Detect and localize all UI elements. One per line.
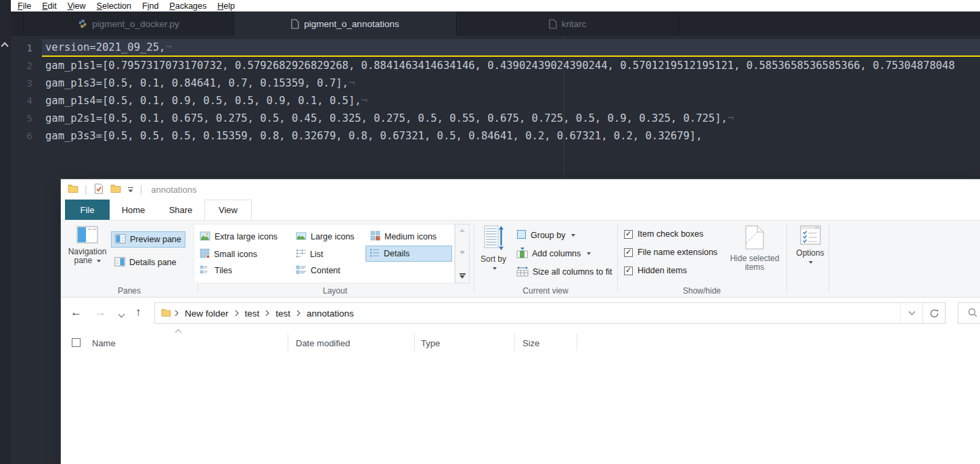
group-separator: [617, 224, 618, 293]
tab-kritarc[interactable]: kritarc: [457, 11, 679, 36]
customize-toolbar-caret-icon[interactable]: [127, 185, 134, 195]
menu-view[interactable]: View: [62, 1, 91, 11]
hidden-items-checkbox[interactable]: Hidden items: [624, 266, 687, 275]
eol-marker: ¬: [728, 112, 734, 124]
checkbox-checked-icon[interactable]: [624, 266, 633, 275]
code-line-6[interactable]: gam_p3s3=[0.5, 0.5, 0.5, 0.15359, 0.8, 0…: [42, 127, 980, 145]
ribbon-tab-view[interactable]: View: [204, 200, 252, 220]
layout-tiles[interactable]: Tiles: [196, 262, 236, 279]
hide-selected-items-button[interactable]: Hide selected items: [728, 225, 781, 272]
layout-extra-large-icons[interactable]: Extra large icons: [196, 229, 281, 245]
menu-file[interactable]: File: [12, 1, 37, 11]
menu-help[interactable]: Help: [212, 1, 240, 11]
menu-packages[interactable]: Packages: [164, 1, 212, 11]
breadcrumb-box[interactable]: New folder test test annotations: [154, 302, 945, 324]
ribbon-tab-file[interactable]: File: [65, 200, 110, 220]
address-bar: ← → ↑ New folder test test annotations: [61, 298, 980, 329]
preview-pane-icon: [115, 234, 126, 246]
address-dropdown-icon[interactable]: [900, 303, 922, 323]
window-title: annotations: [151, 185, 196, 195]
menu-selection[interactable]: Selection: [91, 1, 137, 11]
scroll-up-icon[interactable]: [1, 42, 8, 49]
breadcrumb-new-folder[interactable]: New folder: [182, 308, 231, 319]
menu-find[interactable]: Find: [137, 1, 164, 11]
file-list: Name Date modified Type Size icc 2021-10…: [61, 329, 980, 464]
screen: File Edit View Selection Find Packages H…: [0, 0, 980, 464]
refresh-icon[interactable]: [922, 303, 945, 323]
column-header-name[interactable]: Name: [92, 333, 116, 352]
breadcrumb-test-2[interactable]: test: [273, 308, 293, 319]
options-button[interactable]: Options: [790, 225, 830, 266]
forward-button[interactable]: →: [95, 304, 106, 321]
tab-pigment-o-annotations[interactable]: pigment_o_annotations: [234, 11, 457, 36]
ribbon-tab-home[interactable]: Home: [110, 200, 157, 220]
sort-by-button[interactable]: Sort by: [478, 225, 509, 273]
size-columns-icon: [516, 266, 529, 279]
layout-list[interactable]: List: [292, 246, 326, 262]
line-number: 1: [11, 39, 42, 57]
checkbox-checked-icon[interactable]: [624, 230, 633, 239]
details-pane-button[interactable]: Details pane: [111, 254, 180, 271]
details-view-icon: [370, 248, 380, 260]
folder-icon[interactable]: [68, 184, 79, 195]
column-separator[interactable]: [414, 333, 415, 351]
back-button[interactable]: ←: [70, 304, 82, 321]
folder-icon[interactable]: [110, 184, 121, 195]
options-icon: [800, 225, 821, 247]
gallery-scroll-down-icon[interactable]: [460, 251, 465, 254]
extra-large-icons-icon: [200, 231, 210, 243]
preview-pane-button[interactable]: Preview pane: [111, 231, 185, 248]
column-separator[interactable]: [577, 333, 577, 351]
layout-details-selected[interactable]: Details: [365, 246, 452, 262]
dropdown-caret-icon: [571, 234, 575, 237]
file-icon: [549, 19, 557, 29]
eol-marker: ¬: [361, 95, 368, 107]
group-by-button[interactable]: Group by: [513, 227, 579, 243]
code-line-1[interactable]: version=2021_09_25,¬: [42, 39, 980, 57]
details-pane-icon: [114, 257, 125, 269]
navigation-pane-button[interactable]: Navigation pane: [66, 226, 108, 265]
layout-content[interactable]: Content: [292, 262, 344, 279]
add-columns-button[interactable]: Add columns: [513, 246, 594, 262]
menu-edit[interactable]: Edit: [37, 1, 62, 11]
file-name-extensions-checkbox[interactable]: File name extensions: [624, 248, 717, 257]
column-header-type[interactable]: Type: [421, 333, 440, 352]
tab-pigment-o-docker[interactable]: pigment_o_docker.py: [24, 11, 234, 36]
search-input[interactable]: [958, 302, 980, 324]
navigation-pane-icon: [76, 226, 98, 246]
column-header-size[interactable]: Size: [522, 333, 539, 352]
file-explorer-window: | | annotations File Home Share View Nav…: [61, 179, 980, 464]
line-number: 5: [11, 110, 42, 127]
explorer-titlebar[interactable]: | | annotations: [61, 179, 980, 200]
eol-marker: ¬: [165, 41, 171, 53]
recent-locations-icon[interactable]: [118, 307, 125, 323]
code-line-2[interactable]: gam_p1s1=[0.7957317073170732, 0.57926829…: [42, 57, 980, 74]
breadcrumb-annotations[interactable]: annotations: [304, 308, 357, 319]
left-scrollbar-strip[interactable]: [0, 0, 11, 464]
gallery-scroll-up-icon[interactable]: [460, 229, 465, 232]
code-lines[interactable]: version=2021_09_25,¬ gam_p1s1=[0.7957317…: [42, 39, 980, 145]
layout-large-icons[interactable]: Large icons: [292, 229, 358, 245]
item-check-boxes-checkbox[interactable]: Item check boxes: [624, 229, 703, 239]
up-button[interactable]: ↑: [135, 304, 141, 321]
breadcrumb-chevron-icon: [293, 310, 304, 317]
code-line-4[interactable]: gam_p1s4=[0.5, 0.1, 0.9, 0.5, 0.5, 0.9, …: [42, 92, 980, 110]
layout-medium-icons[interactable]: Medium icons: [367, 229, 440, 245]
column-header-date-modified[interactable]: Date modified: [296, 333, 350, 352]
column-separator[interactable]: [288, 333, 288, 351]
breadcrumb-test-1[interactable]: test: [242, 308, 263, 319]
tab-label: kritarc: [562, 19, 587, 29]
checkbox-page-icon[interactable]: [93, 183, 104, 196]
code-line-5[interactable]: gam_p2s1=[0.5, 0.1, 0.675, 0.275, 0.5, 0…: [42, 110, 980, 127]
sort-ascending-icon: [175, 329, 182, 336]
layout-small-icons[interactable]: Small icons: [196, 246, 261, 262]
size-all-columns-button[interactable]: Size all columns to fit: [513, 264, 615, 280]
group-label-current-view: Current view: [474, 286, 617, 296]
select-all-checkbox[interactable]: [72, 338, 81, 347]
gallery-scrollbar[interactable]: [455, 224, 470, 283]
checkbox-checked-icon[interactable]: [624, 248, 633, 257]
ribbon-tab-share[interactable]: Share: [157, 200, 204, 220]
code-line-3[interactable]: gam_p1s3=[0.5, 0.1, 0.84641, 0.7, 0.1535…: [42, 74, 980, 92]
gallery-expand-icon[interactable]: [460, 273, 466, 279]
column-separator[interactable]: [514, 333, 515, 351]
